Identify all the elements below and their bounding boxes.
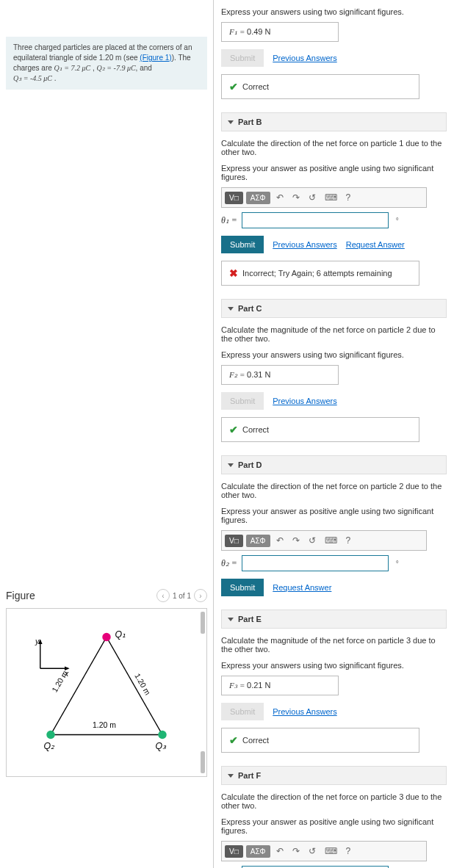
- partc-prompt: Calculate the magnitude of the net force…: [221, 325, 447, 343]
- check-icon: ✔: [229, 424, 238, 435]
- keyboard-icon[interactable]: ⌨: [322, 534, 340, 547]
- problem-statement: Three charged particles are placed at th…: [6, 37, 207, 90]
- parta-prev-answers-link[interactable]: Previous Answers: [273, 54, 336, 62]
- undo-icon[interactable]: ↶: [273, 534, 287, 547]
- partb-header[interactable]: Part B: [221, 112, 447, 131]
- figure-counter: 1 of 1: [173, 592, 191, 600]
- caret-down-icon: [228, 618, 234, 621]
- partd-request-answer-link[interactable]: Request Answer: [273, 583, 331, 592]
- svg-point-7: [102, 633, 110, 641]
- q2: Q₂ = -7.9 μC: [97, 64, 136, 72]
- greek-tool-icon[interactable]: ΑΣΦ: [246, 845, 270, 858]
- parte-prompt: Calculate the magnitude of the net force…: [221, 636, 447, 654]
- parte-instr: Express your answers using two significa…: [221, 661, 447, 670]
- partd-toolbar: V□ ΑΣΦ ↶ ↷ ↺ ⌨ ?: [221, 530, 427, 551]
- figure-next-button[interactable]: ›: [194, 589, 207, 602]
- partb-feedback: ✖ Incorrect; Try Again; 6 attempts remai…: [221, 261, 419, 286]
- partb-label: θ₁ =: [221, 215, 237, 226]
- caret-down-icon: [228, 307, 234, 311]
- check-icon: ✔: [229, 734, 238, 746]
- partd-prompt: Calculate the direction of the net force…: [221, 482, 447, 499]
- partc-feedback: ✔ Correct: [221, 417, 419, 442]
- degree-icon: °: [396, 560, 399, 568]
- axis-y: y: [35, 637, 40, 645]
- partc-header[interactable]: Part C: [221, 299, 447, 318]
- undo-icon[interactable]: ↶: [273, 845, 287, 858]
- parta-submit-button: Submit: [221, 49, 264, 67]
- greek-tool-icon[interactable]: ΑΣΦ: [246, 192, 270, 204]
- undo-icon[interactable]: ↶: [273, 191, 287, 204]
- parte-answer: F₃ = 0.21 N: [221, 676, 339, 695]
- figure-title: Figure: [6, 590, 35, 601]
- vertex-q2: Q₂: [44, 741, 56, 751]
- q1: Q₁ = 7.2 μC: [54, 64, 91, 72]
- reset-icon[interactable]: ↺: [306, 845, 319, 858]
- partd-input[interactable]: [242, 555, 389, 571]
- partc-answer: F₂ = 0.31 N: [221, 365, 339, 385]
- partf-toolbar: V□ ΑΣΦ ↶ ↷ ↺ ⌨ ?: [221, 841, 427, 861]
- redo-icon[interactable]: ↷: [289, 191, 303, 204]
- help-icon[interactable]: ?: [343, 191, 354, 204]
- help-icon[interactable]: ?: [343, 845, 354, 858]
- parte-submit-button: Submit: [221, 703, 264, 720]
- partf-header[interactable]: Part F: [221, 766, 447, 785]
- partc-prev-answers-link[interactable]: Previous Answers: [273, 397, 336, 405]
- scroll-down-icon[interactable]: [201, 751, 205, 773]
- partb-toolbar: V□ ΑΣΦ ↶ ↷ ↺ ⌨ ?: [221, 187, 427, 208]
- svg-line-5: [107, 637, 162, 735]
- parta-answer: F₁ = 0.49 N: [221, 22, 339, 42]
- q3: Q₃ = -4.5 μC: [13, 74, 52, 82]
- partb-input[interactable]: [242, 212, 389, 228]
- reset-icon[interactable]: ↺: [306, 534, 319, 547]
- vector-tool-icon[interactable]: V□: [225, 192, 243, 204]
- greek-tool-icon[interactable]: ΑΣΦ: [246, 535, 270, 547]
- figure-canvas: y x Q₁ Q₂ Q₃ 1.20 m 1.20 m 1.20 m: [6, 608, 207, 777]
- figure-link[interactable]: (Figure 1): [140, 54, 171, 62]
- help-icon[interactable]: ?: [343, 534, 354, 547]
- vertex-q1: Q₁: [115, 629, 126, 640]
- redo-icon[interactable]: ↷: [289, 534, 303, 547]
- partc-instr: Express your answers using two significa…: [221, 350, 447, 359]
- side-right: 1.20 m: [133, 672, 151, 696]
- parte-header[interactable]: Part E: [221, 610, 447, 629]
- keyboard-icon[interactable]: ⌨: [322, 845, 340, 858]
- svg-point-9: [158, 731, 166, 739]
- scroll-up-icon[interactable]: [201, 612, 205, 634]
- partc-submit-button: Submit: [221, 392, 264, 410]
- partd-label: θ₂ =: [221, 558, 237, 569]
- vector-tool-icon[interactable]: V□: [225, 845, 243, 858]
- caret-down-icon: [228, 120, 234, 124]
- partb-submit-button[interactable]: Submit: [221, 236, 264, 253]
- parta-feedback: ✔ Correct: [221, 74, 419, 99]
- partb-prev-answers-link[interactable]: Previous Answers: [273, 240, 336, 249]
- x-icon: ✖: [229, 267, 238, 279]
- partf-prompt: Calculate the direction of the net force…: [221, 792, 447, 810]
- vector-tool-icon[interactable]: V□: [225, 535, 243, 547]
- side-bottom: 1.20 m: [93, 721, 116, 729]
- degree-icon: °: [396, 217, 399, 225]
- partb-request-answer-link[interactable]: Request Answer: [346, 240, 405, 249]
- parta-instr: Express your answers using two significa…: [221, 7, 447, 16]
- figure-prev-button[interactable]: ‹: [156, 589, 170, 602]
- reset-icon[interactable]: ↺: [306, 191, 319, 204]
- vertex-q3: Q₃: [156, 741, 167, 751]
- caret-down-icon: [228, 463, 234, 467]
- partd-submit-button[interactable]: Submit: [221, 579, 264, 596]
- keyboard-icon[interactable]: ⌨: [322, 191, 340, 204]
- partb-prompt: Calculate the direction of the net force…: [221, 139, 447, 156]
- parte-prev-answers-link[interactable]: Previous Answers: [273, 707, 336, 716]
- redo-icon[interactable]: ↷: [289, 845, 303, 858]
- caret-down-icon: [228, 774, 234, 778]
- partd-header[interactable]: Part D: [221, 455, 447, 474]
- partd-instr: Express your answer as positive angle us…: [221, 507, 447, 524]
- check-icon: ✔: [229, 81, 238, 93]
- side-left: 1.20 m: [51, 669, 69, 693]
- parte-feedback: ✔ Correct: [221, 728, 419, 753]
- partb-instr: Express your answer as positive angle us…: [221, 164, 447, 181]
- svg-point-8: [46, 731, 54, 739]
- partf-instr: Express your answer as positive angle us…: [221, 817, 447, 835]
